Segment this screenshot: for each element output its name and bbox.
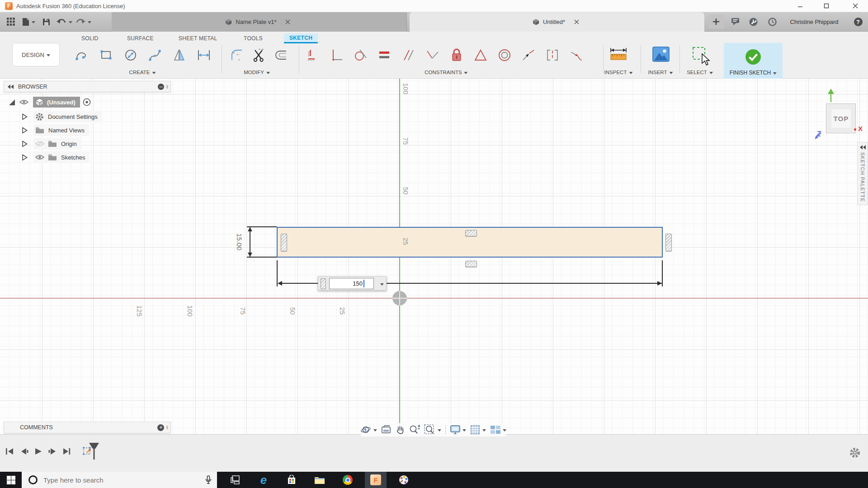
zoom-window-icon[interactable] xyxy=(424,424,435,435)
user-name[interactable]: Christine Phippard xyxy=(786,15,843,28)
look-at-icon[interactable] xyxy=(381,425,391,434)
browser-item-sketches[interactable]: Sketches xyxy=(22,151,90,163)
browser-item-origin[interactable]: Origin xyxy=(22,138,81,150)
orbit-icon[interactable] xyxy=(361,425,371,435)
dimension-dropdown-caret[interactable] xyxy=(380,283,384,287)
visibility-off-eye-icon[interactable] xyxy=(35,141,44,147)
tangent-constraint-button[interactable] xyxy=(352,45,370,65)
edge-button[interactable]: e xyxy=(254,472,274,488)
inspect-group-label[interactable]: INSPECT xyxy=(604,70,633,75)
rectangle-tool-button[interactable] xyxy=(97,45,115,65)
dimension-badge-icon[interactable] xyxy=(465,230,477,236)
comments-panel-header[interactable]: COMMENTS + ‖ xyxy=(4,422,171,433)
maximize-button[interactable] xyxy=(816,0,836,12)
create-group-label[interactable]: CREATE xyxy=(129,70,156,75)
dropdown-caret-icon[interactable] xyxy=(462,429,466,433)
circle-tool-button[interactable] xyxy=(122,45,140,65)
viewports-icon[interactable] xyxy=(490,425,500,435)
viewcube[interactable]: TOP xyxy=(826,103,856,133)
line-tool-button[interactable] xyxy=(73,45,91,65)
symmetry-constraint-button[interactable] xyxy=(543,45,561,65)
browser-item-document-settings[interactable]: Document Settings xyxy=(22,111,102,122)
store-button[interactable] xyxy=(282,472,302,488)
save-button[interactable] xyxy=(40,15,52,28)
grid-display-icon[interactable] xyxy=(470,425,480,435)
dropdown-caret-icon[interactable] xyxy=(482,429,486,433)
select-group-label[interactable]: SELECT xyxy=(687,70,713,75)
offset-tool-button[interactable] xyxy=(271,45,289,65)
finish-sketch-button[interactable]: FINISH SKETCH xyxy=(724,43,783,79)
tab-close-icon[interactable] xyxy=(283,17,293,27)
width-dimension-input[interactable] xyxy=(329,278,374,289)
add-comment-icon[interactable]: + xyxy=(157,424,164,431)
sketch-palette-tab[interactable]: SKETCH PALETTE xyxy=(857,142,868,205)
smooth-constraint-button[interactable] xyxy=(519,45,538,65)
curvature-constraint-button[interactable] xyxy=(567,45,585,65)
microphone-icon[interactable] xyxy=(205,475,212,484)
browser-item-named-views[interactable]: Named Views xyxy=(22,124,89,136)
settings-gear-button[interactable] xyxy=(849,447,861,459)
concentric-constraint-button[interactable] xyxy=(495,45,514,65)
job-status-button[interactable] xyxy=(747,15,760,28)
collapsed-triangle-icon[interactable] xyxy=(22,113,28,120)
perpendicular-constraint-button[interactable] xyxy=(328,45,346,65)
symmetric-triangle-constraint-button[interactable] xyxy=(472,45,490,65)
dimension-badge-icon[interactable] xyxy=(281,234,287,251)
play-icon[interactable] xyxy=(34,447,42,455)
parallel-constraint-button[interactable] xyxy=(400,45,418,65)
file-explorer-button[interactable] xyxy=(310,472,330,488)
browser-panel-header[interactable]: BROWSER – ‖ xyxy=(4,81,171,92)
panel-grip-icon[interactable]: ‖ xyxy=(166,84,168,89)
tab-sheet-metal[interactable]: SHEET METAL xyxy=(173,33,223,43)
spline-tool-button[interactable] xyxy=(146,45,164,65)
timeline-position-marker[interactable] xyxy=(89,442,99,463)
collapsed-triangle-icon[interactable] xyxy=(22,154,28,161)
app-grid-button[interactable] xyxy=(5,15,17,28)
redo-button[interactable] xyxy=(74,15,92,28)
dropdown-caret-icon[interactable] xyxy=(373,429,377,433)
tab-sketch[interactable]: SKETCH xyxy=(284,33,318,43)
dropdown-caret-icon[interactable] xyxy=(503,429,506,433)
dropdown-caret-icon[interactable] xyxy=(438,429,441,433)
trim-tool-button[interactable] xyxy=(250,45,268,65)
workspace-selector[interactable]: DESIGN xyxy=(12,43,60,66)
skip-to-end-icon[interactable] xyxy=(62,447,71,455)
sketch-dimension-tool-button[interactable] xyxy=(195,45,213,65)
constraints-group-label[interactable]: CONSTRAINTS xyxy=(425,70,467,75)
expanded-triangle-icon[interactable] xyxy=(9,99,15,105)
viewcube-face-top[interactable]: TOP xyxy=(831,109,851,128)
help-button[interactable]: ? xyxy=(853,15,863,28)
origin-marker[interactable] xyxy=(392,291,407,305)
new-document-button[interactable] xyxy=(708,15,724,28)
panel-grip-icon[interactable]: ‖ xyxy=(166,425,168,430)
panel-minimize-icon[interactable]: – xyxy=(158,84,164,90)
browser-root-row[interactable]: (Unsaved) xyxy=(9,96,91,108)
comments-button[interactable] xyxy=(729,15,741,28)
dimension-badge-icon[interactable] xyxy=(465,261,477,267)
step-back-icon[interactable] xyxy=(20,447,29,455)
horizontal-vertical-constraint-button[interactable] xyxy=(304,45,322,65)
zoom-icon[interactable] xyxy=(409,425,420,435)
undo-button[interactable] xyxy=(55,15,73,28)
mirror-tool-button[interactable] xyxy=(170,45,189,65)
tab-surface[interactable]: SURFACE xyxy=(122,33,159,43)
tab-tools[interactable]: TOOLS xyxy=(238,33,268,43)
measure-tool-button[interactable] xyxy=(609,44,628,64)
task-view-button[interactable] xyxy=(225,472,245,488)
insert-group-label[interactable]: INSERT xyxy=(648,70,673,75)
minimize-button[interactable] xyxy=(790,0,810,12)
fix-constraint-button[interactable] xyxy=(448,45,466,65)
file-menu-button[interactable] xyxy=(21,15,36,28)
collapsed-triangle-icon[interactable] xyxy=(22,141,28,147)
root-selected-chip[interactable]: (Unsaved) xyxy=(33,97,80,108)
notifications-button[interactable] xyxy=(766,15,778,28)
midpoint-constraint-button[interactable] xyxy=(424,45,442,65)
tab-solid[interactable]: SOLID xyxy=(76,33,104,43)
visibility-eye-icon[interactable] xyxy=(19,99,28,105)
taskbar-search-box[interactable] xyxy=(22,472,217,488)
document-tab-untitled[interactable]: Untitled* xyxy=(410,12,704,32)
fusion-360-taskbar-button[interactable]: F xyxy=(365,472,387,488)
modify-group-label[interactable]: MODIFY xyxy=(244,70,270,75)
start-button[interactable] xyxy=(1,472,21,488)
insert-image-button[interactable] xyxy=(651,44,671,64)
